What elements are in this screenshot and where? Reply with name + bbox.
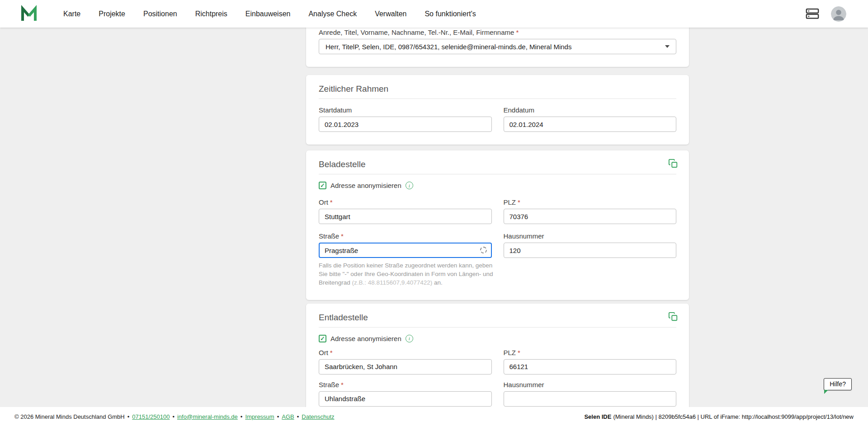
beladestelle-card: Beladestelle Adresse anonymisieren Ort* … xyxy=(306,150,689,300)
timeframe-card: Zeitlicher Rahmen Startdatum Enddatum xyxy=(306,75,689,145)
contact-select-value: Herr, TitelP, Selen, IDE, 0987/654321, s… xyxy=(326,43,571,51)
bel-row-ort-plz: Ort* PLZ* xyxy=(319,198,676,224)
ent-anonymize-row: Adresse anonymisieren xyxy=(319,335,676,342)
bel-row-strasse-nr: Straße* Hausnummer xyxy=(319,232,676,258)
bel-copy-station-button[interactable] xyxy=(668,159,678,169)
app-info-bold: Selen IDE xyxy=(584,413,611,420)
required-asterisk: * xyxy=(341,381,344,389)
nav-item-so-funktionierts[interactable]: So funktioniert's xyxy=(425,10,476,18)
bel-plz-input[interactable] xyxy=(504,209,677,224)
field-label-text: Anrede, Titel, Vorname, Nachname, Tel.-N… xyxy=(319,28,514,36)
startdatum-field: Startdatum xyxy=(319,106,492,132)
copy-icon xyxy=(668,159,678,169)
enddatum-field: Enddatum xyxy=(504,106,677,132)
bel-ort-label: Ort* xyxy=(319,198,492,206)
chevron-down-icon xyxy=(665,45,670,48)
bel-strasse-input[interactable] xyxy=(319,243,492,258)
required-asterisk: * xyxy=(330,349,333,356)
server-button[interactable] xyxy=(806,8,819,19)
field-label-text: Ort xyxy=(319,198,328,206)
separator-dot: • xyxy=(172,413,175,420)
ent-row-ort-plz: Ort* PLZ* xyxy=(319,349,676,375)
divider xyxy=(319,327,676,328)
nav-item-richtpreis[interactable]: Richtpreis xyxy=(195,10,227,18)
bel-hausnummer-input[interactable] xyxy=(504,243,677,258)
required-asterisk: * xyxy=(518,198,520,206)
separator-dot: • xyxy=(277,413,279,420)
bel-anonymize-checkbox[interactable] xyxy=(319,182,326,189)
info-icon[interactable] xyxy=(406,182,413,189)
separator-dot: • xyxy=(297,413,299,420)
helper-example-text: (z.B.: 48.8115607,9.4077422) xyxy=(352,279,433,286)
footer-link-email[interactable]: info@mineral-minds.de xyxy=(177,413,238,420)
footer-link-impressum[interactable]: Impressum xyxy=(245,413,274,420)
bel-hausnummer-label: Hausnummer xyxy=(504,232,677,240)
separator-dot: • xyxy=(127,413,130,420)
app-header: Karte Projekte Positionen Richtpreis Ein… xyxy=(0,0,868,28)
spinner-icon xyxy=(480,247,487,253)
beladestelle-title: Beladestelle xyxy=(319,159,676,169)
enddatum-label: Enddatum xyxy=(504,106,677,114)
footer-link-phone[interactable]: 07151/250100 xyxy=(132,413,170,420)
ent-ort-label: Ort* xyxy=(319,349,492,356)
info-icon[interactable] xyxy=(406,335,413,342)
field-label-text: Straße xyxy=(319,232,339,240)
nav-item-positionen[interactable]: Positionen xyxy=(143,10,177,18)
main-content: Anrede, Titel, Vorname, Nachname, Tel.-N… xyxy=(0,28,868,407)
ent-hausnummer-input[interactable] xyxy=(504,391,677,407)
ent-copy-station-button[interactable] xyxy=(668,312,678,322)
nav-item-projekte[interactable]: Projekte xyxy=(99,10,125,18)
bel-ort-field: Ort* xyxy=(319,198,492,224)
startdatum-label: Startdatum xyxy=(319,106,492,114)
footer-app-info: Selen IDE(Mineral Minds) | 8209b5fc54a6 … xyxy=(584,413,854,420)
user-avatar[interactable] xyxy=(831,6,846,22)
separator-dot: • xyxy=(241,413,243,420)
ent-strasse-label: Straße* xyxy=(319,381,492,389)
enddatum-input[interactable] xyxy=(504,117,677,132)
required-asterisk: * xyxy=(516,28,519,36)
ent-anonymize-label[interactable]: Adresse anonymisieren xyxy=(330,335,401,342)
timeframe-title: Zeitlicher Rahmen xyxy=(319,84,676,94)
nav-item-verwalten[interactable]: Verwalten xyxy=(375,10,406,18)
ent-strasse-input[interactable] xyxy=(319,391,492,407)
bel-strasse-label: Straße* xyxy=(319,232,492,240)
ent-ort-input[interactable] xyxy=(319,359,492,375)
timeframe-row: Startdatum Enddatum xyxy=(319,106,676,132)
bel-anonymize-row: Adresse anonymisieren xyxy=(319,182,676,189)
footer-link-agb[interactable]: AGB xyxy=(282,413,294,420)
nav-item-einbauweisen[interactable]: Einbauweisen xyxy=(245,10,291,18)
field-label-text: Enddatum xyxy=(504,106,534,114)
nav-item-analyse-check[interactable]: Analyse Check xyxy=(308,10,357,18)
ent-ort-field: Ort* xyxy=(319,349,492,375)
app-footer: © 2026 Mineral Minds Deutschland GmbH • … xyxy=(0,407,868,426)
field-label-text: PLZ xyxy=(504,349,516,356)
bel-hausnummer-field: Hausnummer xyxy=(504,232,677,258)
required-asterisk: * xyxy=(341,232,344,240)
field-label-text: Startdatum xyxy=(319,106,352,114)
startdatum-input[interactable] xyxy=(319,117,492,132)
ent-hausnummer-label: Hausnummer xyxy=(504,381,677,389)
bel-anonymize-label[interactable]: Adresse anonymisieren xyxy=(330,182,401,189)
required-asterisk: * xyxy=(330,198,333,206)
entladestelle-card: Entladestelle Adresse anonymisieren Ort*… xyxy=(306,304,689,407)
footer-link-datenschutz[interactable]: Datenschutz xyxy=(302,413,334,420)
ent-anonymize-checkbox[interactable] xyxy=(319,335,326,342)
ent-plz-field: PLZ* xyxy=(504,349,677,375)
contact-select[interactable]: Herr, TitelP, Selen, IDE, 0987/654321, s… xyxy=(319,39,676,54)
nav-item-karte[interactable]: Karte xyxy=(63,10,80,18)
bel-ort-input[interactable] xyxy=(319,209,492,224)
help-button[interactable]: Hilfe? xyxy=(824,378,852,390)
mineral-minds-logo[interactable] xyxy=(20,5,38,23)
entladestelle-title: Entladestelle xyxy=(319,313,676,323)
divider xyxy=(319,174,676,174)
ent-row-strasse-nr: Straße* Hausnummer xyxy=(319,381,676,407)
header-actions xyxy=(806,6,846,22)
main-nav: Karte Projekte Positionen Richtpreis Ein… xyxy=(63,10,476,18)
ent-strasse-field: Straße* xyxy=(319,381,492,407)
form-column: Anrede, Titel, Vorname, Nachname, Tel.-N… xyxy=(306,28,689,407)
helper-end-text: an. xyxy=(432,279,443,286)
field-label-text: Straße xyxy=(319,381,339,389)
app-info-rest: (Mineral Minds) | 8209b5fc54a6 | URL of … xyxy=(613,413,854,420)
ent-plz-input[interactable] xyxy=(504,359,677,375)
bel-plz-field: PLZ* xyxy=(504,198,677,224)
